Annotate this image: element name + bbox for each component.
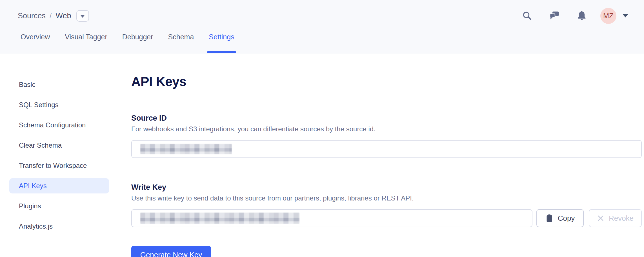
avatar[interactable]: MZ xyxy=(600,8,616,24)
tab-visual-tagger[interactable]: Visual Tagger xyxy=(65,33,107,53)
chevron-down-icon xyxy=(80,15,85,18)
tab-debugger[interactable]: Debugger xyxy=(122,33,153,53)
sidebar-item-api-keys[interactable]: API Keys xyxy=(9,178,109,193)
top-header: Sources / Web xyxy=(0,0,644,53)
tab-settings[interactable]: Settings xyxy=(209,33,234,53)
breadcrumb-current-source[interactable]: Web xyxy=(56,12,71,20)
generate-new-key-button[interactable]: Generate New Key xyxy=(131,246,211,257)
source-id-label: Source ID xyxy=(131,114,644,123)
user-menu-chevron-down-icon[interactable] xyxy=(623,14,628,17)
page-title: API Keys xyxy=(131,74,644,89)
write-key-label: Write Key xyxy=(131,183,644,192)
settings-sidebar: Basic SQL Settings Schema Configuration … xyxy=(0,53,131,256)
copy-write-key-button[interactable]: Copy xyxy=(536,209,584,227)
notifications-button[interactable] xyxy=(577,10,587,21)
tab-schema[interactable]: Schema xyxy=(168,33,194,53)
sidebar-item-plugins[interactable]: Plugins xyxy=(9,199,109,214)
sidebar-item-analytics-js[interactable]: Analytics.js xyxy=(9,219,109,234)
write-key-description: Use this write key to send data to this … xyxy=(131,194,644,202)
source-id-field[interactable] xyxy=(131,140,642,158)
sidebar-item-sql-settings[interactable]: SQL Settings xyxy=(9,97,109,112)
tab-overview[interactable]: Overview xyxy=(21,33,50,53)
search-button[interactable] xyxy=(522,11,532,21)
messages-button[interactable] xyxy=(549,11,560,21)
api-keys-panel: API Keys Source ID For webhooks and S3 i… xyxy=(131,53,644,256)
breadcrumb-separator: / xyxy=(50,12,52,20)
app-root: Sources / Web xyxy=(0,0,644,257)
avatar-initials: MZ xyxy=(603,12,614,20)
source-tabs: Overview Visual Tagger Debugger Schema S… xyxy=(21,33,234,53)
speech-bubbles-icon xyxy=(549,11,560,21)
bell-icon xyxy=(577,10,587,21)
write-key-value-redacted xyxy=(140,213,299,224)
write-key-field[interactable] xyxy=(131,209,532,227)
source-switcher-dropdown-button[interactable] xyxy=(76,10,89,22)
breadcrumb-sources-link[interactable]: Sources xyxy=(18,12,46,20)
sidebar-item-basic[interactable]: Basic xyxy=(9,77,109,92)
search-icon xyxy=(522,11,532,21)
header-actions: MZ xyxy=(505,8,628,24)
sidebar-item-transfer-to-workspace[interactable]: Transfer to Workspace xyxy=(9,158,109,173)
copy-button-label: Copy xyxy=(558,214,575,223)
revoke-button-label: Revoke xyxy=(609,214,634,223)
sidebar-item-clear-schema[interactable]: Clear Schema xyxy=(9,138,109,153)
clipboard-icon xyxy=(545,214,553,222)
revoke-write-key-button[interactable]: Revoke xyxy=(589,209,642,227)
source-id-value-redacted xyxy=(140,144,232,154)
x-icon xyxy=(597,215,604,222)
breadcrumb: Sources / Web xyxy=(18,10,89,22)
sidebar-item-schema-configuration[interactable]: Schema Configuration xyxy=(9,118,109,133)
source-id-description: For webhooks and S3 integrations, you ca… xyxy=(131,125,644,133)
